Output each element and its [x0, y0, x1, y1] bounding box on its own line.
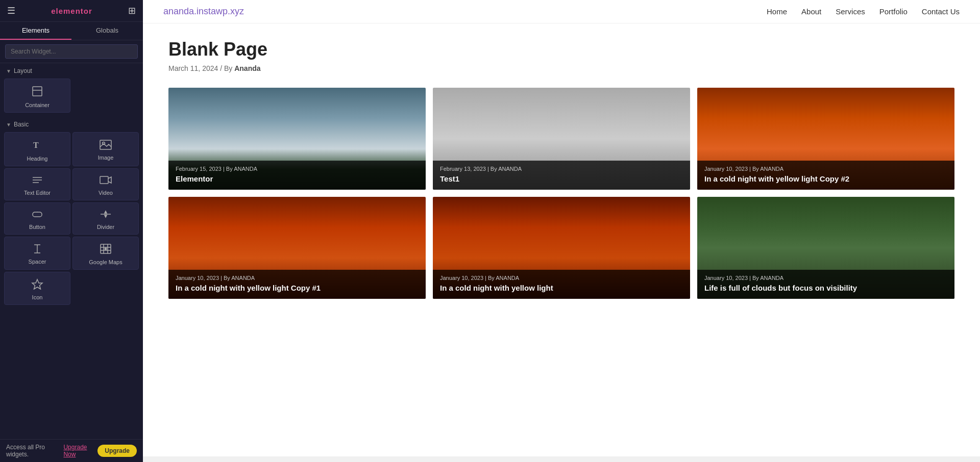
widget-google-maps[interactable]: Google Maps [72, 237, 139, 270]
google-maps-icon [100, 243, 112, 256]
sidebar-search [0, 40, 143, 63]
post-card[interactable]: February 15, 2023 | By ANANDA Elementor [168, 88, 426, 190]
post-card-overlay: January 10, 2023 | By ANANDA Life is ful… [697, 270, 954, 299]
sidebar-header: ☰ elementor ⊞ [0, 0, 143, 22]
sidebar-bottom: Access all Pro widgets. Upgrade Now Upgr… [0, 439, 143, 462]
widget-spacer[interactable]: Spacer [4, 237, 70, 270]
text-editor-icon [31, 175, 43, 187]
page-content: Blank Page March 11, 2024 / By Ananda Fe… [143, 23, 980, 456]
widget-image[interactable]: Image [72, 132, 139, 166]
post-card-overlay: January 10, 2023 | By ANANDA In a cold n… [697, 161, 954, 190]
tab-elements[interactable]: Elements [0, 22, 71, 40]
post-card-overlay: February 15, 2023 | By ANANDA Elementor [168, 161, 426, 190]
widget-text-editor-label: Text Editor [24, 190, 51, 196]
svg-marker-19 [32, 279, 42, 289]
grid-icon[interactable]: ⊞ [128, 5, 136, 16]
post-card-overlay: January 10, 2023 | By ANANDA In a cold n… [168, 270, 426, 299]
nav-portfolio[interactable]: Portfolio [879, 7, 908, 16]
post-card-title: Elementor [176, 174, 419, 184]
chevron-down-icon: ▼ [6, 68, 11, 74]
svg-text:T: T [33, 141, 39, 149]
widget-container[interactable]: Container [4, 79, 70, 113]
chevron-down-icon-basic: ▼ [6, 122, 11, 127]
post-card-meta: January 10, 2023 | By ANANDA [176, 275, 419, 281]
image-icon [100, 140, 112, 151]
button-icon [31, 209, 43, 221]
search-input[interactable] [5, 44, 138, 59]
heading-icon: T [31, 139, 43, 152]
elementor-logo: elementor [51, 7, 92, 15]
video-icon [100, 175, 112, 187]
widget-heading-label: Heading [27, 156, 48, 162]
post-card[interactable]: January 10, 2023 | By ANANDA In a cold n… [697, 88, 954, 190]
widget-container-label: Container [25, 102, 50, 108]
widget-divider[interactable]: Divider [72, 202, 139, 235]
page-meta-by: By [224, 64, 232, 72]
section-layout-label: Layout [14, 67, 32, 74]
page-author: Ananda [234, 64, 260, 72]
post-card-meta: January 10, 2023 | By ANANDA [440, 275, 683, 281]
post-card-meta: February 13, 2023 | By ANANDA [440, 166, 683, 172]
page-title: Blank Page [168, 39, 954, 60]
svg-marker-13 [105, 215, 107, 217]
site-domain[interactable]: ananda.instawp.xyz [163, 6, 244, 17]
post-card[interactable]: January 10, 2023 | By ANANDA In a cold n… [433, 197, 690, 299]
widget-divider-label: Divider [97, 224, 114, 230]
svg-rect-0 [33, 87, 42, 96]
post-card-title: Test1 [440, 174, 683, 184]
post-card[interactable]: February 13, 2023 | By ANANDA Test1 [433, 88, 690, 190]
section-basic-header[interactable]: ▼ Basic [0, 117, 143, 130]
page-meta: March 11, 2024 / By Ananda [168, 64, 954, 72]
posts-grid: February 15, 2023 | By ANANDA Elementor … [168, 88, 954, 299]
post-card-title: Life is full of clouds but focus on visi… [704, 283, 947, 293]
svg-rect-9 [33, 212, 42, 217]
svg-marker-12 [105, 211, 107, 213]
widget-video-label: Video [99, 190, 113, 196]
post-card-overlay: January 10, 2023 | By ANANDA In a cold n… [433, 270, 690, 299]
post-card-meta: January 10, 2023 | By ANANDA [704, 166, 947, 172]
resize-handle[interactable]: ↔ [141, 226, 143, 237]
post-card-meta: January 10, 2023 | By ANANDA [704, 275, 947, 281]
access-text: Access all Pro widgets. [6, 444, 63, 458]
widget-spacer-label: Spacer [29, 259, 46, 265]
upgrade-button[interactable]: Upgrade [97, 445, 137, 457]
spacer-icon [31, 244, 43, 255]
widget-icon-label: Icon [32, 294, 43, 300]
divider-icon [100, 209, 112, 221]
widget-heading[interactable]: T Heading [4, 132, 70, 166]
page-meta-separator: / [220, 64, 224, 72]
nav-services[interactable]: Services [836, 7, 865, 16]
nav-contact-us[interactable]: Contact Us [922, 7, 960, 16]
post-card-title: In a cold night with yellow light [440, 283, 683, 293]
top-nav: ananda.instawp.xyz Home About Services P… [143, 0, 980, 23]
hamburger-icon[interactable]: ☰ [7, 5, 15, 16]
widget-image-label: Image [98, 155, 114, 161]
widget-button[interactable]: Button [4, 202, 70, 235]
svg-point-18 [105, 248, 107, 250]
icon-widget-icon [31, 278, 43, 291]
nav-links: Home About Services Portfolio Contact Us [767, 7, 960, 16]
widget-button-label: Button [29, 224, 45, 230]
section-layout-header[interactable]: ▼ Layout [0, 63, 143, 76]
nav-home[interactable]: Home [767, 7, 787, 16]
svg-rect-8 [100, 176, 108, 184]
sidebar-tabs: Elements Globals [0, 22, 143, 40]
tab-globals[interactable]: Globals [71, 22, 143, 40]
post-card-overlay: February 13, 2023 | By ANANDA Test1 [433, 161, 690, 190]
post-card-title: In a cold night with yellow light Copy #… [704, 174, 947, 184]
upgrade-now-link[interactable]: Upgrade Now [63, 444, 97, 458]
page-date: March 11, 2024 [168, 64, 218, 72]
widget-text-editor[interactable]: Text Editor [4, 168, 70, 200]
post-card-meta: February 15, 2023 | By ANANDA [176, 166, 419, 172]
sidebar: ☰ elementor ⊞ Elements Globals ▼ Layout … [0, 0, 143, 462]
container-icon [31, 85, 43, 99]
widget-video[interactable]: Video [72, 168, 139, 200]
widget-icon[interactable]: Icon [4, 272, 70, 305]
post-card-title: In a cold night with yellow light Copy #… [176, 283, 419, 293]
nav-about[interactable]: About [801, 7, 821, 16]
widget-google-maps-label: Google Maps [89, 259, 122, 265]
post-card[interactable]: January 10, 2023 | By ANANDA In a cold n… [168, 197, 426, 299]
post-card[interactable]: January 10, 2023 | By ANANDA Life is ful… [697, 197, 954, 299]
section-basic-label: Basic [14, 121, 29, 128]
main-content: ananda.instawp.xyz Home About Services P… [143, 0, 980, 462]
